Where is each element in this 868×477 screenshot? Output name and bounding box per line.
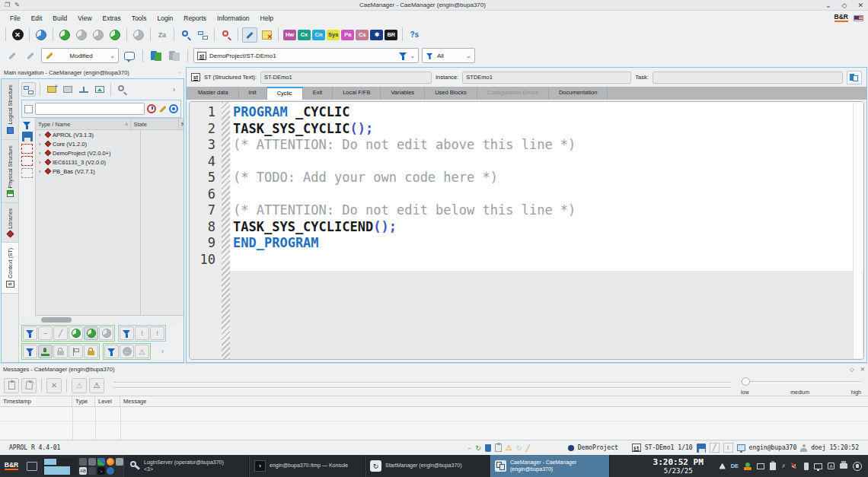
close-tray-icon[interactable]: ✗ bbox=[781, 463, 786, 469]
dashed-selection-icon[interactable] bbox=[21, 144, 33, 154]
tree-item-demoproject-v2-0-0[interactable]: ›DemoProject (V2.0.0+) bbox=[36, 148, 183, 157]
task-loginserver-operator-bupa370[interactable]: LoginServer (operator@bupa370)<3> bbox=[123, 455, 249, 477]
column-state[interactable]: State bbox=[131, 119, 179, 129]
code-editor[interactable]: 12345678910 PROGRAM _CYCLICTASK_SYS_CYCL… bbox=[189, 101, 864, 360]
instance-field[interactable]: STDEmo1 bbox=[462, 72, 631, 84]
filter-locked-button[interactable] bbox=[84, 345, 98, 358]
filter-not-built-button[interactable] bbox=[99, 326, 113, 340]
menu-extras[interactable]: Extras bbox=[97, 13, 126, 24]
toolbar-badge-sys[interactable]: Sys bbox=[327, 30, 340, 40]
filter-stamp-button[interactable] bbox=[38, 345, 53, 358]
filter-warn-button[interactable]: ⚠ bbox=[135, 345, 149, 358]
desktop-1[interactable] bbox=[44, 459, 56, 465]
build-button[interactable] bbox=[34, 27, 49, 43]
maximize-button[interactable]: ◇ bbox=[842, 2, 847, 9]
message-level-slider[interactable]: low medium high bbox=[741, 377, 861, 395]
locate-target-icon[interactable] bbox=[169, 104, 178, 113]
save-strip-icon[interactable] bbox=[22, 132, 33, 142]
ldap-status-icon[interactable] bbox=[744, 463, 752, 470]
statusbar-project[interactable]: DemoProject bbox=[578, 444, 618, 451]
tree-filter-funnel-icon[interactable] bbox=[23, 121, 31, 129]
us-flag-icon[interactable] bbox=[854, 15, 863, 21]
toolbar-badge-cx[interactable]: Cx bbox=[298, 30, 311, 40]
code-line-10[interactable] bbox=[233, 252, 863, 269]
close-button[interactable]: ✕ bbox=[857, 2, 863, 9]
new-folder-button[interactable]: + bbox=[44, 82, 59, 97]
menu-view[interactable]: View bbox=[72, 13, 97, 24]
filter-overflow-button[interactable]: › bbox=[155, 345, 170, 358]
code-line-5[interactable]: (* TODO: Add your own code here *) bbox=[233, 170, 863, 186]
toolbar-badge-cs[interactable]: Cs bbox=[356, 30, 369, 40]
printer-tray-icon[interactable] bbox=[840, 463, 847, 469]
menu-information[interactable]: Information bbox=[212, 13, 255, 24]
context-help-button[interactable]: ?s bbox=[407, 27, 422, 43]
menu-build[interactable]: Build bbox=[47, 13, 72, 24]
save-status-icon[interactable] bbox=[697, 444, 706, 453]
filter-back-button[interactable]: ← bbox=[120, 345, 134, 358]
column-type-name[interactable]: Type / Name ˄ bbox=[36, 119, 131, 129]
launcher-window-icon[interactable] bbox=[79, 458, 87, 466]
messages-table-body[interactable] bbox=[0, 407, 868, 440]
tree-search-input[interactable] bbox=[35, 103, 145, 115]
screen-lock-icon[interactable] bbox=[853, 462, 862, 471]
task-startmanager-engin-bupa370[interactable]: ↻StartManager (engin@bupa370) bbox=[365, 455, 490, 477]
taskbar-clock[interactable]: 3:20:52 PM 5/23/25 bbox=[642, 455, 715, 477]
copy-messages-button[interactable] bbox=[4, 378, 19, 393]
expander-icon[interactable]: › bbox=[39, 150, 43, 157]
launcher-lock-icon[interactable] bbox=[116, 458, 123, 466]
tree-item-aprol-v3-1-3[interactable]: ›APROL (V3.1.3) bbox=[36, 130, 183, 139]
documentation-button[interactable] bbox=[148, 48, 164, 63]
menu-tools[interactable]: Tools bbox=[126, 13, 152, 24]
edit-filter-icon[interactable] bbox=[158, 104, 167, 113]
dashed-selection-icon[interactable] bbox=[21, 156, 33, 166]
tree-item-iec61131-3-v2-0-0[interactable]: ›IEC61131_3 (V2.0.0) bbox=[36, 157, 183, 167]
search-checkbox[interactable] bbox=[24, 105, 33, 113]
task-field[interactable] bbox=[653, 72, 843, 84]
editor-vertical-scrollbar[interactable] bbox=[853, 103, 863, 358]
launcher-gear-icon[interactable] bbox=[88, 467, 96, 475]
launcher-grid-icon[interactable] bbox=[97, 458, 105, 466]
launcher-monitor-icon[interactable] bbox=[88, 458, 96, 466]
expander-icon[interactable]: › bbox=[39, 159, 43, 166]
compare-button[interactable] bbox=[76, 82, 91, 97]
column-clipped[interactable]: N bbox=[179, 119, 183, 129]
menu-file[interactable]: File bbox=[5, 13, 26, 24]
documentation-disabled-button[interactable] bbox=[167, 48, 182, 63]
nav-tab-logical-structure[interactable]: Logical Structure bbox=[2, 79, 18, 140]
code-line-2[interactable]: TASK_SYS_CYCLIC(); bbox=[233, 121, 863, 138]
menu-login[interactable]: Login bbox=[152, 13, 178, 24]
edit-button-2[interactable] bbox=[23, 48, 38, 63]
warning-status-icon[interactable]: ⚠ bbox=[506, 444, 512, 452]
code-line-1[interactable]: PROGRAM _CYCLIC bbox=[233, 104, 863, 121]
firefox-icon[interactable] bbox=[107, 458, 114, 466]
build-warn-button[interactable] bbox=[91, 27, 106, 43]
tab-init[interactable]: Init bbox=[239, 87, 267, 100]
scope-combo[interactable]: All ⌄ bbox=[422, 48, 475, 63]
expander-icon[interactable]: › bbox=[39, 168, 43, 175]
tab-used-blocks[interactable]: Used Blocks bbox=[425, 87, 477, 100]
partial-build-button[interactable] bbox=[131, 27, 146, 43]
tree-horizontal-scrollbar[interactable] bbox=[21, 316, 181, 324]
toolbar-badge-br[interactable]: BR bbox=[385, 30, 397, 40]
slider-handle[interactable] bbox=[742, 377, 750, 386]
search-button[interactable] bbox=[115, 82, 129, 97]
scrollbar-thumb[interactable] bbox=[41, 317, 72, 323]
brush-status-icon[interactable]: ╱ bbox=[710, 443, 720, 453]
launcher-ab-icon[interactable]: AB bbox=[79, 467, 87, 475]
filter-version-funnel-button[interactable] bbox=[23, 345, 37, 358]
nav-tab-context-st[interactable]: Context (ST)st bbox=[2, 243, 18, 294]
tab-local-f-fb[interactable]: Local F/FB bbox=[333, 87, 381, 100]
column-type[interactable]: Type bbox=[72, 396, 95, 406]
input-method-icon[interactable]: A bbox=[828, 463, 834, 469]
menu-edit[interactable]: Edit bbox=[26, 13, 48, 24]
tab-configuration-errors[interactable]: Configuration Errors bbox=[477, 87, 549, 100]
hierarchy-button[interactable] bbox=[195, 27, 210, 43]
build-stop-button[interactable] bbox=[74, 27, 89, 43]
pin-icon[interactable]: ✎ bbox=[14, 2, 20, 8]
filter-funnel-button[interactable] bbox=[23, 326, 37, 340]
dashed-selection-gray-icon[interactable] bbox=[21, 168, 33, 178]
tab-variables[interactable]: Variables bbox=[381, 87, 425, 100]
code-line-4[interactable] bbox=[233, 154, 863, 170]
filter-funnel-icon[interactable] bbox=[399, 52, 407, 60]
code-line-6[interactable] bbox=[233, 186, 863, 203]
